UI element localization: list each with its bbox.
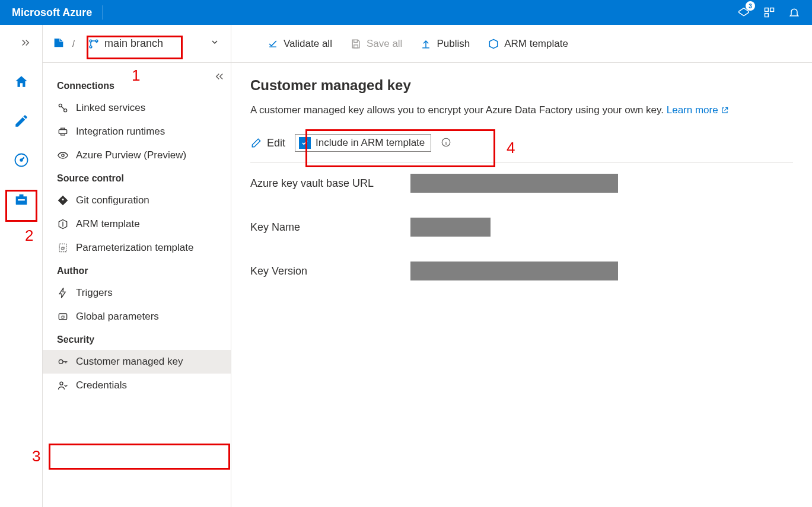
triggers-bolt-icon xyxy=(57,287,69,299)
git-icon xyxy=(57,194,69,206)
nav-linked-services[interactable]: Linked services xyxy=(43,96,231,120)
svg-rect-2 xyxy=(765,14,769,17)
collapse-panel-icon[interactable] xyxy=(214,71,225,84)
expand-rail-icon[interactable] xyxy=(15,32,36,53)
svg-point-17 xyxy=(59,360,63,364)
credentials-icon xyxy=(57,380,69,391)
svg-rect-0 xyxy=(765,8,769,12)
svg-rect-11 xyxy=(59,130,66,134)
nav-arm-template[interactable]: ARM template xyxy=(43,212,231,236)
breadcrumb-separator: / xyxy=(72,39,75,49)
nav-linked-services-label: Linked services xyxy=(76,102,145,114)
kv-url-value-redacted xyxy=(410,174,618,193)
page-description: A customer managed key allows you to enc… xyxy=(250,104,793,116)
kv-url-label: Azure key vault base URL xyxy=(250,177,410,190)
svg-text:@: @ xyxy=(60,245,65,251)
nav-param-template-label: Parameterization template xyxy=(76,242,193,254)
global-params-icon: @ xyxy=(57,311,69,323)
edit-label: Edit xyxy=(267,137,285,149)
nav-git-config[interactable]: Git configuration xyxy=(43,189,231,212)
section-security: Security xyxy=(43,334,231,350)
notification-count-badge: 3 xyxy=(746,1,755,11)
svg-point-7 xyxy=(90,46,92,48)
notifications-icon[interactable]: 3 xyxy=(737,6,750,19)
arm-template-button[interactable]: ARM template xyxy=(488,38,568,50)
nav-customer-managed-key[interactable]: Customer managed key xyxy=(43,350,231,374)
home-icon[interactable] xyxy=(11,71,32,93)
nav-integration-runtimes-label: Integration runtimes xyxy=(76,126,165,138)
nav-arm-template-label: ARM template xyxy=(76,218,140,230)
nav-triggers[interactable]: Triggers xyxy=(43,281,231,305)
nav-global-params[interactable]: @ Global parameters xyxy=(43,305,231,329)
nav-triggers-label: Triggers xyxy=(76,287,113,299)
edit-button[interactable]: Edit xyxy=(250,137,285,149)
learn-more-link[interactable]: Learn more xyxy=(667,104,730,116)
section-connections: Connections xyxy=(43,81,231,96)
arm-template-icon xyxy=(57,218,69,230)
info-icon[interactable] xyxy=(441,137,451,149)
svg-rect-5 xyxy=(18,199,25,200)
param-template-icon: @ xyxy=(57,242,69,254)
svg-point-6 xyxy=(90,40,92,42)
azure-logo-text: Microsoft Azure xyxy=(12,7,92,19)
dashboard-grid-icon[interactable] xyxy=(763,7,775,18)
validate-all-label: Validate all xyxy=(284,38,332,50)
publish-button[interactable]: Publish xyxy=(420,38,470,50)
svg-point-4 xyxy=(20,159,23,161)
key-name-label: Key Name xyxy=(250,221,410,234)
linked-services-icon xyxy=(57,102,69,114)
nav-git-config-label: Git configuration xyxy=(76,194,149,206)
header-divider xyxy=(103,5,103,20)
branch-dropdown-chevron-icon[interactable] xyxy=(210,37,219,50)
manage-toolbox-icon[interactable] xyxy=(11,189,32,210)
svg-text:@: @ xyxy=(60,314,65,320)
section-author: Author xyxy=(43,266,231,281)
validate-all-button[interactable]: Validate all xyxy=(267,38,332,50)
nav-cmk-label: Customer managed key xyxy=(76,356,183,368)
svg-point-12 xyxy=(62,154,64,157)
arm-template-label: ARM template xyxy=(504,38,568,50)
branch-label: main branch xyxy=(104,37,163,50)
nav-azure-purview[interactable]: Azure Purview (Preview) xyxy=(43,144,231,167)
nav-integration-runtimes[interactable]: Integration runtimes xyxy=(43,120,231,144)
key-name-value-redacted xyxy=(410,218,491,237)
nav-credentials-label: Credentials xyxy=(76,380,127,391)
cmk-key-icon xyxy=(57,356,69,368)
panel-top-toolbar: / main branch xyxy=(43,25,231,63)
nav-credentials[interactable]: Credentials xyxy=(43,374,231,397)
alerts-bell-icon[interactable] xyxy=(788,7,800,18)
include-checkbox-label: Include in ARM template xyxy=(316,137,425,149)
publish-label: Publish xyxy=(437,38,470,50)
page-title: Customer managed key xyxy=(250,77,793,94)
integration-runtimes-icon xyxy=(57,126,69,138)
purview-eye-icon xyxy=(57,149,69,161)
svg-rect-1 xyxy=(770,8,774,12)
include-in-arm-checkbox-group[interactable]: Include in ARM template xyxy=(295,134,431,152)
save-all-label: Save all xyxy=(367,38,402,50)
content-area: Validate all Save all Publish ARM templa… xyxy=(231,25,812,507)
author-pencil-icon[interactable] xyxy=(11,110,32,132)
branch-selector[interactable]: main branch xyxy=(82,35,169,52)
save-all-button: Save all xyxy=(350,38,402,50)
svg-point-18 xyxy=(60,382,63,385)
data-factory-icon xyxy=(52,36,65,51)
key-version-label: Key Version xyxy=(250,265,410,278)
nav-param-template[interactable]: @ Parameterization template xyxy=(43,236,231,260)
content-toolbar: Validate all Save all Publish ARM templa… xyxy=(231,25,812,63)
key-version-value-redacted xyxy=(410,262,618,280)
nav-azure-purview-label: Azure Purview (Preview) xyxy=(76,149,186,161)
manage-nav-panel: / main branch Connections Linked service… xyxy=(43,25,231,507)
nav-global-params-label: Global parameters xyxy=(76,311,159,323)
include-checkbox-checked-icon[interactable] xyxy=(299,137,311,149)
left-icon-rail xyxy=(0,25,43,507)
azure-global-header: Microsoft Azure 3 xyxy=(0,0,812,25)
monitor-gauge-icon[interactable] xyxy=(11,149,32,171)
section-source-control: Source control xyxy=(43,173,231,189)
